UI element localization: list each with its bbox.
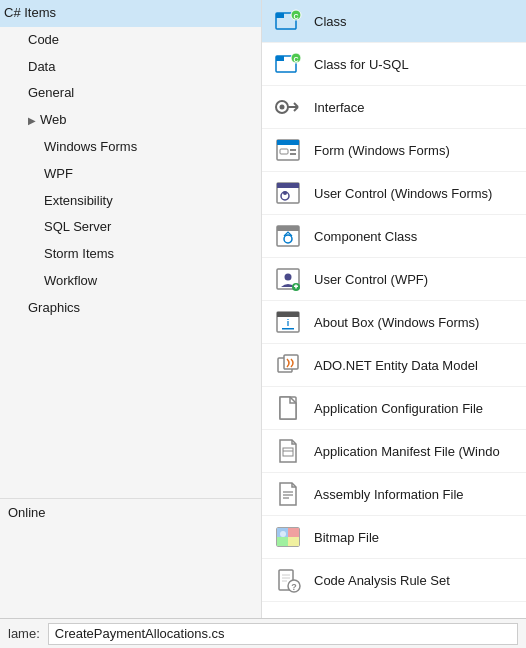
svg-rect-50 (288, 537, 299, 546)
tree-item-data[interactable]: Data (0, 54, 261, 81)
right-item-interface[interactable]: Interface (262, 86, 526, 129)
svg-rect-29 (295, 285, 297, 289)
svg-rect-19 (277, 183, 299, 188)
svg-point-9 (280, 105, 285, 110)
right-item-label: User Control (Windows Forms) (314, 186, 492, 201)
svg-rect-15 (280, 149, 288, 154)
tree-item-web[interactable]: ▶Web (0, 107, 261, 134)
svg-rect-16 (290, 149, 296, 151)
right-item-label: Class (314, 14, 347, 29)
svg-point-24 (284, 235, 292, 243)
svg-rect-1 (276, 13, 284, 18)
tree-arrow-icon: ▶ (28, 113, 36, 129)
tree-item-label: Web (40, 112, 67, 127)
right-item-label: Interface (314, 100, 365, 115)
tree-item-code[interactable]: Code (0, 27, 261, 54)
tree-item-storm-items[interactable]: Storm Items (0, 241, 261, 268)
right-item-label: Component Class (314, 229, 417, 244)
online-label: Online (8, 505, 46, 520)
svg-rect-49 (277, 537, 288, 546)
right-item-bitmap[interactable]: Bitmap File (262, 516, 526, 559)
class-icon: C (272, 5, 304, 37)
right-item-class[interactable]: C Class (262, 0, 526, 43)
interface-icon (272, 91, 304, 123)
tree-item-label: Windows Forms (44, 139, 137, 154)
svg-text:C: C (293, 13, 298, 20)
svg-text:?: ? (291, 582, 297, 592)
tree-item-label: C# Items (4, 5, 56, 20)
tree-item-windows-forms[interactable]: Windows Forms (0, 134, 261, 161)
right-item-form-winforms[interactable]: Form (Windows Forms) (262, 129, 526, 172)
svg-text:i: i (287, 318, 290, 328)
right-item-ado-entity[interactable]: ADO.NET Entity Data Model (262, 344, 526, 387)
right-item-label: Class for U-SQL (314, 57, 409, 72)
about-box-icon: i (272, 306, 304, 338)
filename-input[interactable] (48, 623, 518, 645)
code-analysis-icon: ? (272, 564, 304, 596)
tree-item-label: WPF (44, 166, 73, 181)
right-item-label: Application Manifest File (Windo (314, 444, 500, 459)
right-item-label: About Box (Windows Forms) (314, 315, 479, 330)
right-item-app-config[interactable]: Application Configuration File (262, 387, 526, 430)
svg-text:C: C (293, 56, 298, 63)
tree-item-workflow[interactable]: Workflow (0, 268, 261, 295)
right-item-component-class[interactable]: Component Class (262, 215, 526, 258)
tree-item-general[interactable]: General (0, 80, 261, 107)
svg-point-26 (285, 274, 292, 281)
svg-rect-48 (288, 528, 299, 537)
right-item-code-analysis[interactable]: ? Code Analysis Rule Set (262, 559, 526, 602)
right-item-assembly-info[interactable]: Assembly Information File (262, 473, 526, 516)
svg-point-21 (283, 191, 287, 195)
right-item-label: ADO.NET Entity Data Model (314, 358, 478, 373)
right-item-label: User Control (WPF) (314, 272, 428, 287)
svg-point-51 (280, 531, 286, 537)
main-area: C# ItemsCodeDataGeneral▶WebWindows Forms… (0, 0, 526, 618)
right-item-label: Application Configuration File (314, 401, 483, 416)
right-item-about-box[interactable]: i About Box (Windows Forms) (262, 301, 526, 344)
tree-item-label: SQL Server (44, 219, 111, 234)
tree-item-label: General (28, 85, 74, 100)
tree-item-label: Graphics (28, 300, 80, 315)
svg-rect-33 (282, 328, 294, 330)
app-manifest-icon (272, 435, 304, 467)
svg-rect-14 (277, 140, 299, 145)
app-config-icon (272, 392, 304, 424)
right-panel: C Class C Class for U-SQL Interface Form… (262, 0, 526, 618)
ado-icon (272, 349, 304, 381)
svg-rect-31 (277, 312, 299, 317)
form-icon (272, 134, 304, 166)
new-item-dialog: C# ItemsCodeDataGeneral▶WebWindows Forms… (0, 0, 526, 648)
tree-item-label: Data (28, 59, 55, 74)
tree-item-label: Storm Items (44, 246, 114, 261)
right-item-label: Code Analysis Rule Set (314, 573, 450, 588)
filename-label: lame: (8, 626, 40, 641)
right-item-label: Bitmap File (314, 530, 379, 545)
bottom-bar: lame: (0, 618, 526, 648)
tree-section: C# ItemsCodeDataGeneral▶WebWindows Forms… (0, 0, 261, 498)
right-item-class-usql[interactable]: C Class for U-SQL (262, 43, 526, 86)
tree-item-csharp-items[interactable]: C# Items (0, 0, 261, 27)
svg-rect-5 (276, 56, 284, 61)
right-item-user-control-wpf[interactable]: User Control (WPF) (262, 258, 526, 301)
bitmap-icon (272, 521, 304, 553)
right-item-label: Form (Windows Forms) (314, 143, 450, 158)
tree-item-wpf[interactable]: WPF (0, 161, 261, 188)
tree-item-extensibility[interactable]: Extensibility (0, 188, 261, 215)
right-item-user-control-winforms[interactable]: User Control (Windows Forms) (262, 172, 526, 215)
left-panel: C# ItemsCodeDataGeneral▶WebWindows Forms… (0, 0, 262, 618)
tree-item-label: Code (28, 32, 59, 47)
user-control-icon (272, 177, 304, 209)
tree-item-label: Workflow (44, 273, 97, 288)
component-icon (272, 220, 304, 252)
right-item-label: Assembly Information File (314, 487, 464, 502)
right-item-app-manifest[interactable]: Application Manifest File (Windo (262, 430, 526, 473)
tree-item-label: Extensibility (44, 193, 113, 208)
assembly-icon (272, 478, 304, 510)
svg-rect-17 (290, 153, 296, 155)
online-section: Online (0, 498, 261, 618)
class-usql-icon: C (272, 48, 304, 80)
tree-item-sql-server[interactable]: SQL Server (0, 214, 261, 241)
tree-item-graphics[interactable]: Graphics (0, 295, 261, 322)
svg-rect-23 (277, 226, 299, 231)
user-wpf-icon (272, 263, 304, 295)
